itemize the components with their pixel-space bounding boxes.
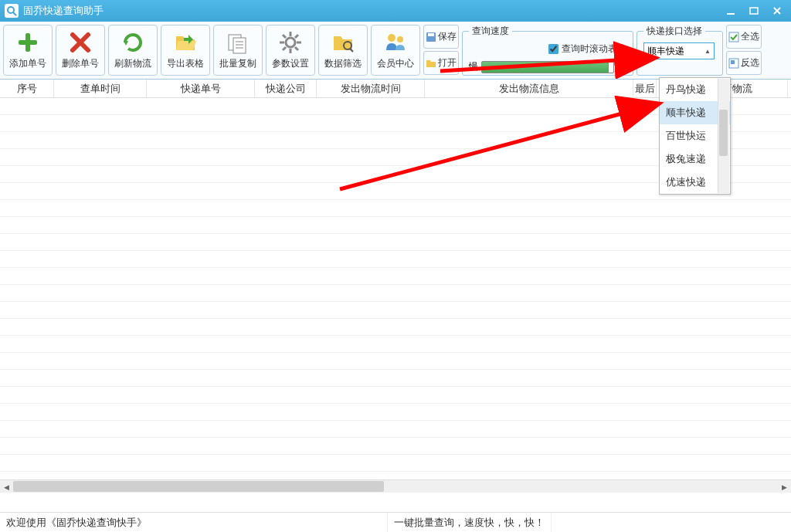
horizontal-scrollbar[interactable]: ◀ ▶ xyxy=(0,479,791,493)
refresh-icon xyxy=(121,30,145,55)
table-row[interactable] xyxy=(0,302,791,319)
column-header[interactable]: 最后 xyxy=(633,80,657,97)
column-header[interactable]: 查单时间 xyxy=(54,80,147,97)
batch-copy-button[interactable]: 批量复制 xyxy=(213,25,263,76)
close-button[interactable] xyxy=(766,3,788,19)
member-center-button[interactable]: 会员中心 xyxy=(371,25,420,76)
table-row[interactable] xyxy=(0,404,791,421)
toolbar: 添加单号 删除单号 刷新物流 导出表格 批量复制 参数设置 数据 xyxy=(0,22,791,80)
minimize-button[interactable] xyxy=(720,3,742,19)
api-select-group: 快递接口选择 顺丰快递 ▲ xyxy=(637,25,723,76)
column-header[interactable]: 快递公司 xyxy=(255,80,317,97)
plus-icon xyxy=(15,30,40,55)
table-row[interactable] xyxy=(0,285,791,302)
open-button[interactable]: 打开 xyxy=(423,51,459,75)
svg-rect-7 xyxy=(19,40,37,45)
users-icon xyxy=(383,30,408,55)
api-select-combobox[interactable]: 顺丰快递 ▲ xyxy=(643,42,715,59)
title-bar: 固乔快递查询助手 xyxy=(0,0,791,22)
scroll-thumb[interactable] xyxy=(13,481,384,492)
delete-order-button[interactable]: 删除单号 xyxy=(56,25,105,76)
svg-line-25 xyxy=(295,35,298,38)
table-row[interactable] xyxy=(0,438,791,455)
column-header[interactable]: 序号 xyxy=(0,80,54,97)
table-row[interactable] xyxy=(0,421,791,438)
svg-rect-32 xyxy=(729,32,738,42)
dropdown-scrollbar[interactable] xyxy=(718,79,729,193)
svg-rect-13 xyxy=(233,38,246,53)
invert-select-icon xyxy=(728,58,739,69)
column-header[interactable]: 快递单号 xyxy=(147,80,255,97)
status-left: 欢迎使用《固乔快递查询快手》 xyxy=(0,513,388,532)
column-header[interactable]: 发出物流信息 xyxy=(425,80,633,97)
save-icon xyxy=(426,32,436,42)
scroll-table-checkbox[interactable] xyxy=(548,44,558,54)
svg-point-29 xyxy=(397,36,403,42)
table-row[interactable] xyxy=(0,268,791,285)
open-icon xyxy=(426,58,436,69)
svg-point-17 xyxy=(286,38,295,47)
table-row[interactable] xyxy=(0,251,791,268)
svg-rect-34 xyxy=(731,60,735,64)
table-row[interactable] xyxy=(0,336,791,353)
svg-point-0 xyxy=(8,7,14,13)
export-table-button[interactable]: 导出表格 xyxy=(161,25,210,76)
x-icon xyxy=(68,30,93,55)
svg-line-23 xyxy=(295,47,298,50)
copy-icon xyxy=(226,30,250,55)
svg-rect-3 xyxy=(750,8,758,14)
scroll-right-arrow[interactable]: ▶ xyxy=(778,480,791,493)
maximize-button[interactable] xyxy=(743,3,765,19)
table-row[interactable] xyxy=(0,370,791,387)
app-icon xyxy=(5,4,19,18)
table-row[interactable] xyxy=(0,217,791,234)
svg-point-28 xyxy=(388,34,396,42)
filter-folder-icon xyxy=(331,30,355,55)
api-select-dropdown[interactable]: 丹鸟快递顺丰快递百世快运极兔速递优速快递 xyxy=(659,77,731,195)
refresh-button[interactable]: 刷新物流 xyxy=(108,25,158,76)
settings-button[interactable]: 参数设置 xyxy=(266,25,315,76)
speed-slider[interactable] xyxy=(481,61,614,73)
scroll-left-arrow[interactable]: ◀ xyxy=(0,480,13,493)
svg-line-27 xyxy=(350,49,353,52)
invert-select-button[interactable]: 反选 xyxy=(726,51,762,75)
status-bar: 欢迎使用《固乔快递查询快手》 一键批量查询，速度快，快，快！ xyxy=(0,512,791,532)
chevron-up-icon: ▲ xyxy=(704,48,711,55)
svg-line-22 xyxy=(283,35,286,38)
svg-line-24 xyxy=(283,47,286,50)
folder-export-icon xyxy=(173,30,198,55)
add-order-button[interactable]: 添加单号 xyxy=(3,25,53,76)
gear-icon xyxy=(278,30,303,55)
select-all-button[interactable]: 全选 xyxy=(726,25,762,49)
table-row[interactable] xyxy=(0,234,791,251)
query-speed-group: 查询速度 查询时滚动表格 慢 快 xyxy=(462,25,633,76)
svg-rect-31 xyxy=(428,33,434,36)
table-row[interactable] xyxy=(0,353,791,370)
column-header[interactable]: 发出物流时间 xyxy=(317,80,425,97)
table-row[interactable] xyxy=(0,319,791,336)
status-right: 一键批量查询，速度快，快，快！ xyxy=(388,513,552,532)
window-title: 固乔快递查询助手 xyxy=(23,4,104,18)
table-row[interactable] xyxy=(0,387,791,404)
save-button[interactable]: 保存 xyxy=(423,25,459,49)
table-row[interactable] xyxy=(0,455,791,472)
table-row[interactable] xyxy=(0,200,791,217)
data-filter-button[interactable]: 数据筛选 xyxy=(318,25,368,76)
select-all-icon xyxy=(728,32,739,42)
svg-line-1 xyxy=(13,12,16,15)
svg-marker-10 xyxy=(124,41,128,46)
